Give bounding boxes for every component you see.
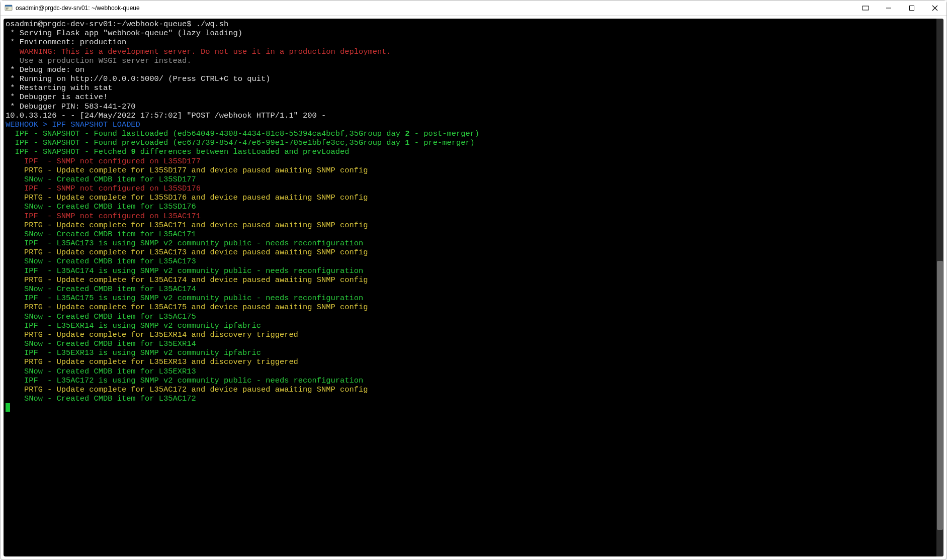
close-button[interactable] xyxy=(923,1,946,15)
terminal-line: IPF - L35EXR13 is using SNMP v2 communit… xyxy=(6,348,934,357)
terminal-line: IPF - L35AC173 is using SNMP v2 communit… xyxy=(6,239,934,248)
terminal-line: SNow - Created CMDB item for L35AC173 xyxy=(6,257,934,266)
terminal-line: IPF - SNAPSHOT - Found lastLoaded (ed564… xyxy=(6,129,934,138)
terminal-line: SNow - Created CMDB item for L35SD176 xyxy=(6,202,934,211)
terminal-line: IPF - SNMP not configured on L35SD176 xyxy=(6,184,934,193)
svg-rect-6 xyxy=(910,6,914,10)
terminal-line: IPF - L35AC172 is using SNMP v2 communit… xyxy=(6,376,934,385)
terminal-line: SNow - Created CMDB item for L35AC175 xyxy=(6,312,934,321)
window-controls xyxy=(854,1,946,15)
terminal-line: * Restarting with stat xyxy=(6,83,934,92)
terminal-line: PRTG - Update complete for L35AC175 and … xyxy=(6,303,934,312)
terminal-output[interactable]: osadmin@prgdc-dev-srv01:~/webhook-queue$… xyxy=(4,19,936,556)
svg-rect-4 xyxy=(863,6,869,10)
terminal-line: IPF - SNAPSHOT - Found prevLoaded (ec673… xyxy=(6,138,934,147)
terminal-line: PRTG - Update complete for L35EXR14 and … xyxy=(6,330,934,339)
terminal-line: SNow - Created CMDB item for L35AC171 xyxy=(6,230,934,239)
maximize-button[interactable] xyxy=(900,1,923,15)
terminal-line: PRTG - Update complete for L35SD176 and … xyxy=(6,193,934,202)
terminal-line: IPF - L35EXR14 is using SNMP v2 communit… xyxy=(6,321,934,330)
terminal-line: IPF - L35AC174 is using SNMP v2 communit… xyxy=(6,266,934,275)
terminal-line: * Environment: production xyxy=(6,38,934,47)
terminal-area: osadmin@prgdc-dev-srv01:~/webhook-queue$… xyxy=(4,19,943,556)
terminal-line: WEBHOOK > IPF SNAPSHOT LOADED xyxy=(6,120,934,129)
terminal-line: SNow - Created CMDB item for L35SD177 xyxy=(6,175,934,184)
terminal-line: IPF - L35AC175 is using SNMP v2 communit… xyxy=(6,294,934,303)
terminal-line: IPF - SNMP not configured on L35AC171 xyxy=(6,212,934,221)
terminal-line: Use a production WSGI server instead. xyxy=(6,56,934,65)
window-title: osadmin@prgdc-dev-srv01: ~/webhook-queue xyxy=(16,5,854,12)
scrollbar-track[interactable] xyxy=(936,19,943,556)
terminal-line: * Debugger PIN: 583-441-270 xyxy=(6,102,934,111)
terminal-line: SNow - Created CMDB item for L35AC172 xyxy=(6,394,934,403)
svg-rect-1 xyxy=(5,5,12,7)
terminal-line: PRTG - Update complete for L35AC174 and … xyxy=(6,275,934,285)
scrollbar-thumb[interactable] xyxy=(937,261,943,530)
terminal-line: SNow - Created CMDB item for L35EXR14 xyxy=(6,339,934,348)
terminal-line: PRTG - Update complete for L35AC172 and … xyxy=(6,385,934,394)
terminal-line: * Running on http://0.0.0.0:5000/ (Press… xyxy=(6,74,934,83)
terminal-line: * Debugger is active! xyxy=(6,92,934,102)
terminal-line: PRTG - Update complete for L35AC173 and … xyxy=(6,248,934,257)
terminal-line: PRTG - Update complete for L35AC171 and … xyxy=(6,221,934,230)
terminal-line: 10.0.33.126 - - [24/May/2022 17:57:02] "… xyxy=(6,111,934,120)
terminal-line: PRTG - Update complete for L35EXR13 and … xyxy=(6,357,934,366)
terminal-line: * Serving Flask app "webhook-queue" (laz… xyxy=(6,29,934,38)
titlebar[interactable]: osadmin@prgdc-dev-srv01: ~/webhook-queue xyxy=(1,1,946,16)
terminal-line: PRTG - Update complete for L35SD177 and … xyxy=(6,166,934,175)
window-extra-button[interactable] xyxy=(854,1,877,15)
terminal-cursor xyxy=(6,403,10,412)
terminal-line: IPF - SNAPSHOT - Fetched 9 differences b… xyxy=(6,147,934,156)
terminal-cursor-line xyxy=(6,403,934,413)
terminal-line: IPF - SNMP not configured on L35SD177 xyxy=(6,157,934,166)
terminal-line: osadmin@prgdc-dev-srv01:~/webhook-queue$… xyxy=(6,20,934,29)
app-window: osadmin@prgdc-dev-srv01: ~/webhook-queue… xyxy=(0,0,947,560)
minimize-button[interactable] xyxy=(877,1,900,15)
terminal-line: SNow - Created CMDB item for L35EXR13 xyxy=(6,367,934,376)
terminal-line: SNow - Created CMDB item for L35AC174 xyxy=(6,285,934,294)
app-icon xyxy=(5,4,13,12)
terminal-line: * Debug mode: on xyxy=(6,65,934,74)
terminal-line: WARNING: This is a development server. D… xyxy=(6,47,934,56)
